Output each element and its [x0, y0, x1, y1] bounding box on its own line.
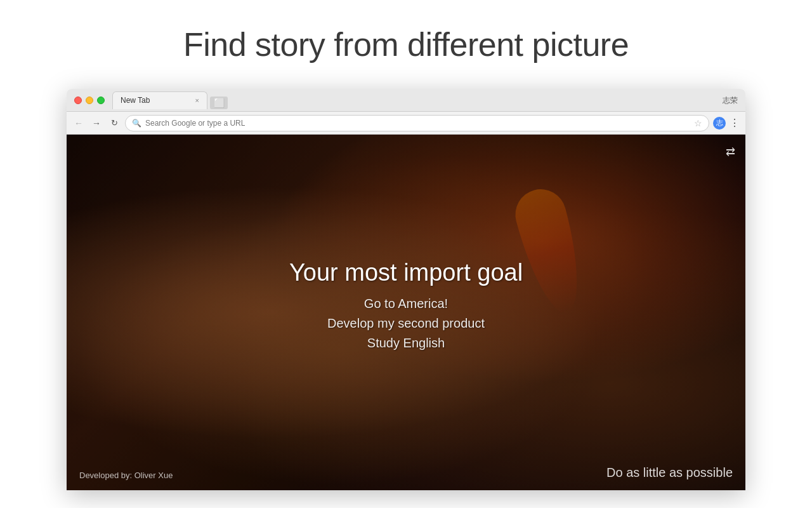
browser-menu-button[interactable]: ⋮: [730, 117, 740, 129]
user-initial: 志荣: [723, 95, 738, 105]
tab-close-button[interactable]: ×: [195, 97, 199, 104]
new-tab-icon: ⬜: [214, 98, 225, 108]
developer-credit: Developed by: Oliver Xue: [79, 471, 173, 480]
profile-icon[interactable]: 志: [713, 117, 726, 130]
browser-titlebar: New Tab × ⬜ 志荣: [67, 89, 745, 112]
tab-bar: New Tab × ⬜: [112, 91, 738, 109]
goal-item-2: Develop my second product: [67, 316, 745, 331]
profile-initial: 志: [716, 118, 723, 128]
page-title: Find story from different picture: [183, 25, 629, 64]
goal-item-3: Study English: [67, 336, 745, 351]
refresh-button[interactable]: ↻: [107, 116, 121, 130]
address-bar[interactable]: 🔍 ☆: [125, 115, 709, 131]
back-button[interactable]: ←: [72, 116, 86, 130]
forward-button[interactable]: →: [89, 116, 103, 130]
browser-content: ⇄ Your most import goal Go to America! D…: [67, 135, 745, 490]
maximize-button[interactable]: [97, 97, 105, 104]
filter-icon[interactable]: ⇄: [726, 145, 735, 159]
website-heading: Your most import goal: [67, 259, 745, 286]
traffic-lights: [74, 97, 105, 104]
tab-label: New Tab: [121, 96, 150, 105]
minimize-button[interactable]: [86, 97, 93, 104]
search-icon: 🔍: [132, 119, 141, 128]
browser-window: New Tab × ⬜ 志荣 ← → ↻ 🔍 ☆ 志 ⋮ ⇄: [67, 89, 745, 490]
new-tab-button[interactable]: ⬜: [210, 97, 228, 109]
close-button[interactable]: [74, 97, 82, 104]
url-input[interactable]: [145, 119, 690, 128]
bottom-tagline: Do as little as possible: [606, 465, 733, 480]
active-tab[interactable]: New Tab ×: [112, 91, 207, 109]
bookmark-icon[interactable]: ☆: [694, 118, 702, 128]
website-content: Your most import goal Go to America! Dev…: [67, 259, 745, 356]
goal-item-1: Go to America!: [67, 297, 745, 311]
browser-toolbar: ← → ↻ 🔍 ☆ 志 ⋮: [67, 112, 745, 135]
